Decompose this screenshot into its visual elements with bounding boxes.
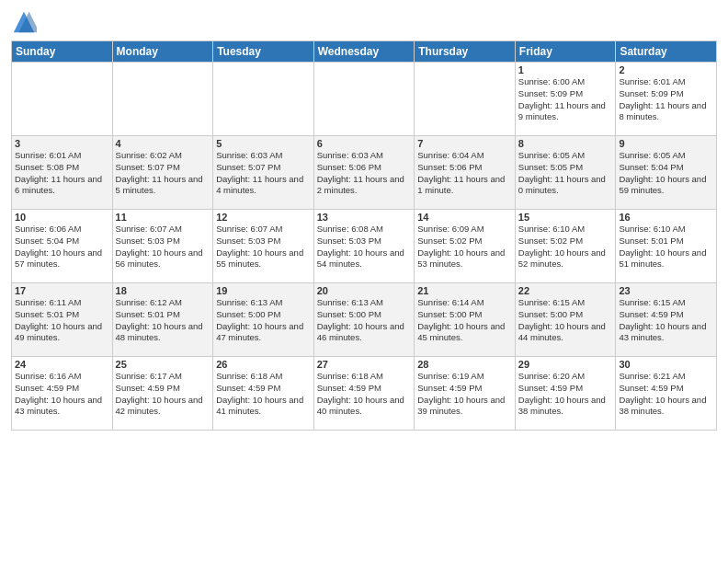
day-info: Sunrise: 6:06 AM Sunset: 5:04 PM Dayligh… xyxy=(15,224,109,270)
day-info: Sunrise: 6:15 AM Sunset: 4:59 PM Dayligh… xyxy=(619,297,713,344)
day-number: 3 xyxy=(15,138,109,149)
day-cell: 26Sunrise: 6:18 AM Sunset: 4:59 PM Dayli… xyxy=(213,357,314,431)
day-info: Sunrise: 6:07 AM Sunset: 5:03 PM Dayligh… xyxy=(116,224,210,270)
page: SundayMondayTuesdayWednesdayThursdayFrid… xyxy=(0,0,728,563)
day-number: 10 xyxy=(15,212,109,223)
day-number: 18 xyxy=(116,285,210,296)
day-cell xyxy=(213,63,314,136)
day-info: Sunrise: 6:17 AM Sunset: 4:59 PM Dayligh… xyxy=(116,371,210,418)
day-number: 1 xyxy=(518,64,613,75)
day-cell xyxy=(415,63,516,136)
day-cell: 28Sunrise: 6:19 AM Sunset: 4:59 PM Dayli… xyxy=(415,357,516,431)
day-number: 14 xyxy=(417,212,512,223)
day-cell: 14Sunrise: 6:09 AM Sunset: 5:02 PM Dayli… xyxy=(415,210,516,283)
weekday-header-monday: Monday xyxy=(112,41,213,63)
day-number: 22 xyxy=(518,285,613,296)
day-info: Sunrise: 6:09 AM Sunset: 5:02 PM Dayligh… xyxy=(417,224,512,270)
day-cell: 22Sunrise: 6:15 AM Sunset: 5:00 PM Dayli… xyxy=(515,283,616,357)
week-row-3: 10Sunrise: 6:06 AM Sunset: 5:04 PM Dayli… xyxy=(12,210,717,283)
day-cell: 23Sunrise: 6:15 AM Sunset: 4:59 PM Dayli… xyxy=(616,283,717,357)
day-info: Sunrise: 6:14 AM Sunset: 5:00 PM Dayligh… xyxy=(417,297,512,344)
day-info: Sunrise: 6:01 AM Sunset: 5:08 PM Dayligh… xyxy=(15,150,109,197)
day-info: Sunrise: 6:20 AM Sunset: 4:59 PM Dayligh… xyxy=(518,371,613,418)
day-number: 5 xyxy=(216,138,311,149)
day-number: 27 xyxy=(317,359,412,370)
day-cell: 29Sunrise: 6:20 AM Sunset: 4:59 PM Dayli… xyxy=(515,357,616,431)
day-number: 13 xyxy=(317,212,412,223)
day-cell: 25Sunrise: 6:17 AM Sunset: 4:59 PM Dayli… xyxy=(112,357,213,431)
day-number: 19 xyxy=(216,285,311,296)
day-cell xyxy=(313,63,415,136)
day-cell: 6Sunrise: 6:03 AM Sunset: 5:06 PM Daylig… xyxy=(313,136,415,210)
day-cell: 2Sunrise: 6:01 AM Sunset: 5:09 PM Daylig… xyxy=(616,63,717,136)
day-info: Sunrise: 6:18 AM Sunset: 4:59 PM Dayligh… xyxy=(216,371,311,418)
day-number: 24 xyxy=(15,359,109,370)
day-info: Sunrise: 6:10 AM Sunset: 5:02 PM Dayligh… xyxy=(518,224,613,270)
day-info: Sunrise: 6:13 AM Sunset: 5:00 PM Dayligh… xyxy=(216,297,311,344)
week-row-5: 24Sunrise: 6:16 AM Sunset: 4:59 PM Dayli… xyxy=(12,357,717,431)
day-info: Sunrise: 6:19 AM Sunset: 4:59 PM Dayligh… xyxy=(417,371,512,418)
day-info: Sunrise: 6:02 AM Sunset: 5:07 PM Dayligh… xyxy=(116,150,210,197)
day-info: Sunrise: 6:05 AM Sunset: 5:04 PM Dayligh… xyxy=(619,150,713,197)
day-cell: 20Sunrise: 6:13 AM Sunset: 5:00 PM Dayli… xyxy=(313,283,415,357)
day-number: 25 xyxy=(116,359,210,370)
day-number: 15 xyxy=(518,212,613,223)
week-row-1: 1Sunrise: 6:00 AM Sunset: 5:09 PM Daylig… xyxy=(12,63,717,136)
week-row-4: 17Sunrise: 6:11 AM Sunset: 5:01 PM Dayli… xyxy=(12,283,717,357)
day-info: Sunrise: 6:08 AM Sunset: 5:03 PM Dayligh… xyxy=(317,224,412,270)
day-number: 20 xyxy=(317,285,412,296)
day-cell: 9Sunrise: 6:05 AM Sunset: 5:04 PM Daylig… xyxy=(616,136,717,210)
day-info: Sunrise: 6:01 AM Sunset: 5:09 PM Dayligh… xyxy=(619,76,713,123)
day-number: 29 xyxy=(518,359,613,370)
day-number: 4 xyxy=(116,138,210,149)
day-info: Sunrise: 6:03 AM Sunset: 5:06 PM Dayligh… xyxy=(317,150,412,197)
day-number: 28 xyxy=(417,359,512,370)
day-cell xyxy=(12,63,113,136)
day-info: Sunrise: 6:00 AM Sunset: 5:09 PM Dayligh… xyxy=(518,76,613,123)
day-cell: 1Sunrise: 6:00 AM Sunset: 5:09 PM Daylig… xyxy=(515,63,616,136)
day-info: Sunrise: 6:04 AM Sunset: 5:06 PM Dayligh… xyxy=(417,150,512,197)
day-cell: 16Sunrise: 6:10 AM Sunset: 5:01 PM Dayli… xyxy=(616,210,717,283)
day-number: 16 xyxy=(619,212,713,223)
weekday-header-row: SundayMondayTuesdayWednesdayThursdayFrid… xyxy=(12,41,717,63)
day-number: 6 xyxy=(317,138,412,149)
day-number: 8 xyxy=(518,138,613,149)
day-info: Sunrise: 6:13 AM Sunset: 5:00 PM Dayligh… xyxy=(317,297,412,344)
weekday-header-tuesday: Tuesday xyxy=(213,41,314,63)
day-cell: 19Sunrise: 6:13 AM Sunset: 5:00 PM Dayli… xyxy=(213,283,314,357)
day-cell: 15Sunrise: 6:10 AM Sunset: 5:02 PM Dayli… xyxy=(515,210,616,283)
day-info: Sunrise: 6:18 AM Sunset: 4:59 PM Dayligh… xyxy=(317,371,412,418)
day-number: 26 xyxy=(216,359,311,370)
day-info: Sunrise: 6:12 AM Sunset: 5:01 PM Dayligh… xyxy=(116,297,210,344)
logo-icon xyxy=(11,9,37,35)
day-number: 17 xyxy=(15,285,109,296)
day-info: Sunrise: 6:07 AM Sunset: 5:03 PM Dayligh… xyxy=(216,224,311,270)
day-cell: 18Sunrise: 6:12 AM Sunset: 5:01 PM Dayli… xyxy=(112,283,213,357)
day-cell: 11Sunrise: 6:07 AM Sunset: 5:03 PM Dayli… xyxy=(112,210,213,283)
day-info: Sunrise: 6:03 AM Sunset: 5:07 PM Dayligh… xyxy=(216,150,311,197)
day-cell: 4Sunrise: 6:02 AM Sunset: 5:07 PM Daylig… xyxy=(112,136,213,210)
day-cell: 13Sunrise: 6:08 AM Sunset: 5:03 PM Dayli… xyxy=(313,210,415,283)
header xyxy=(11,9,717,35)
calendar-table: SundayMondayTuesdayWednesdayThursdayFrid… xyxy=(11,40,717,431)
day-info: Sunrise: 6:16 AM Sunset: 4:59 PM Dayligh… xyxy=(15,371,109,418)
day-info: Sunrise: 6:05 AM Sunset: 5:05 PM Dayligh… xyxy=(518,150,613,197)
day-info: Sunrise: 6:21 AM Sunset: 4:59 PM Dayligh… xyxy=(619,371,713,418)
day-cell: 24Sunrise: 6:16 AM Sunset: 4:59 PM Dayli… xyxy=(12,357,113,431)
weekday-header-saturday: Saturday xyxy=(616,41,717,63)
day-number: 12 xyxy=(216,212,311,223)
weekday-header-sunday: Sunday xyxy=(12,41,113,63)
weekday-header-friday: Friday xyxy=(515,41,616,63)
day-number: 9 xyxy=(619,138,713,149)
day-number: 7 xyxy=(417,138,512,149)
day-number: 23 xyxy=(619,285,713,296)
day-info: Sunrise: 6:10 AM Sunset: 5:01 PM Dayligh… xyxy=(619,224,713,270)
day-cell: 21Sunrise: 6:14 AM Sunset: 5:00 PM Dayli… xyxy=(415,283,516,357)
day-number: 11 xyxy=(116,212,210,223)
day-info: Sunrise: 6:11 AM Sunset: 5:01 PM Dayligh… xyxy=(15,297,109,344)
day-cell xyxy=(112,63,213,136)
day-cell: 10Sunrise: 6:06 AM Sunset: 5:04 PM Dayli… xyxy=(12,210,113,283)
day-number: 30 xyxy=(619,359,713,370)
weekday-header-thursday: Thursday xyxy=(415,41,516,63)
day-cell: 12Sunrise: 6:07 AM Sunset: 5:03 PM Dayli… xyxy=(213,210,314,283)
